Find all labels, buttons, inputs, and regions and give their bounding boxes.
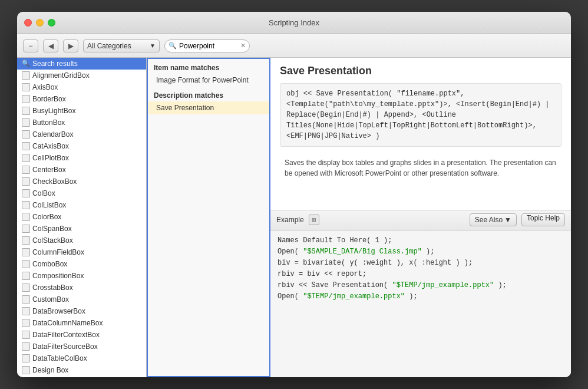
sidebar-item-busylightbox[interactable]: BusyLightBox [17,105,146,117]
sidebar-item-custombox[interactable]: CustomBox [17,294,146,305]
sidebar-item-cellplotbox[interactable]: CellPlotBox [17,152,146,164]
sidebar-item-centerbox[interactable]: CenterBox [17,164,146,176]
item-icon [22,83,30,91]
code-string: "$SAMPLE_DATA/Big Class.jmp" [303,248,422,256]
minimize-button[interactable] [36,19,44,27]
sidebar-item-axisbox[interactable]: AxisBox [17,81,146,93]
middle-item-image-format[interactable]: Image Format for PowerPoint [148,74,269,87]
item-icon [22,130,30,139]
sidebar-item-label: DataBrowserBox [32,307,85,315]
code-text: Names Default To Here( 1 ); [278,236,392,245]
item-icon [22,177,30,186]
code-line-5: rbiv << Save Presentation( "$TEMP/jmp_ex… [278,280,564,291]
sidebar-item-checkboxbox[interactable]: CheckBoxBox [17,176,146,187]
item-icon [22,366,30,374]
category-dropdown[interactable]: All Categories ▼ [83,39,160,52]
sidebar-item-collistbox[interactable]: ColListBox [17,199,146,211]
search-icon: 🔍 [22,60,30,68]
code-line-1: Names Default To Here( 1 ); [278,235,564,246]
see-also-button[interactable]: See Also ▼ [470,213,517,226]
item-icon [22,118,30,127]
code-text: biv = bivariate( y( :weight ), x( :heigh… [278,259,473,267]
sidebar-item-colspanbox[interactable]: ColSpanBox [17,223,146,235]
sidebar-item-designbox[interactable]: Design Box [17,364,146,376]
code-line-6: Open( "$TEMP/jmp_example.pptx" ); [278,291,564,302]
sidebar-item-compositionbox[interactable]: CompositionBox [17,270,146,282]
code-text: rbiv = biv << report; [278,270,366,278]
close-button[interactable] [24,19,32,27]
item-icon [22,331,30,339]
sidebar-item-label: CheckBoxBox [32,177,77,186]
sidebar-item-colstackbox[interactable]: ColStackBox [17,235,146,246]
clear-search-button[interactable]: ✕ [240,42,246,50]
code-text: Open( [278,292,303,301]
sidebar-item-calendarbox[interactable]: CalendarBox [17,128,146,140]
sidebar-item-alignmentgridbox[interactable]: AlignmentGridBox [17,70,146,81]
back-icon: ◀ [48,42,54,50]
code-text: rbiv << Save Presentation( [278,281,392,289]
sidebar-item-label: AxisBox [32,83,58,91]
chevron-down-icon: ▼ [504,216,511,224]
middle-item-label: Save Presentation [156,104,214,112]
titlebar: Scripting Index [17,12,571,34]
middle-item-label: Image Format for PowerPoint [156,76,249,84]
code-text: ); [494,281,507,289]
sidebar-item-label: Search results [32,60,78,68]
sidebar-item-datacolumnnamebox[interactable]: DataColumnNameBox [17,317,146,329]
sidebar-item-datafiltersourcebox[interactable]: DataFilterSourceBox [17,341,146,352]
sidebar-item-label: ButtonBox [32,118,65,127]
sidebar-item-label: ColumnFieldBox [32,248,84,256]
description-text: Saves the display box tables and graphs … [280,153,561,183]
code-line-3: biv = bivariate( y( :weight ), x( :heigh… [278,258,564,269]
sidebar-item-colbox[interactable]: ColBox [17,187,146,199]
item-icon [22,307,30,315]
sidebar-item-label: BorderBox [32,95,66,103]
item-icon [22,107,30,115]
sidebar-item-label: ColStackBox [32,236,73,245]
description-header: Description matches [148,87,269,101]
sidebar-item-label: Design Box [32,366,68,374]
traffic-lights [24,19,55,27]
sidebar-item-databrowserbox[interactable]: DataBrowserBox [17,305,146,317]
sidebar-item-label: CrosstabBox [32,283,73,292]
topic-help-button[interactable]: Topic Help [521,213,565,226]
doc-title: Save Presentation [280,65,561,77]
code-example: Names Default To Here( 1 ); Open( "$SAMP… [270,230,571,378]
sidebar-item-label: CalendarBox [32,130,73,139]
sidebar-item-label: ColSpanBox [32,225,72,233]
sidebar-item-buttonbox[interactable]: ButtonBox [17,117,146,128]
item-icon [22,260,30,268]
item-icon [22,342,30,351]
sidebar-item-label: DataFilterContextBox [32,331,100,339]
sidebar-item-label: DataTableColBox [32,354,87,362]
sidebar-item-search-results[interactable]: 🔍 Search results [17,58,146,70]
sidebar-item-borderbox[interactable]: BorderBox [17,93,146,105]
middle-item-save-presentation[interactable]: Save Presentation [148,101,269,114]
sidebar-item-label: BusyLightBox [32,107,75,115]
sidebar-item-cataxisbox[interactable]: CatAxisBox [17,140,146,152]
sidebar-item-datafiltercontextbox[interactable]: DataFilterContextBox [17,329,146,341]
sidebar-item-columnfieldbox[interactable]: ColumnFieldBox [17,246,146,258]
sidebar-item-crosstabbox[interactable]: CrosstabBox [17,282,146,294]
code-text: ); [405,292,418,301]
sidebar-item-label: CompositionBox [32,272,84,280]
minus-button[interactable]: − [23,39,38,52]
table-icon: ⊞ [312,217,316,223]
window-title: Scripting Index [269,18,319,27]
sidebar-item-datatablecolbox[interactable]: DataTableColBox [17,352,146,364]
back-button[interactable]: ◀ [43,39,58,52]
doc-area: Save Presentation obj << Save Presentati… [270,58,571,210]
sidebar-item-dragholder[interactable]: dragHolder [17,376,146,377]
search-input[interactable] [179,42,238,50]
item-icon [22,248,30,256]
forward-icon: ▶ [68,42,74,50]
maximize-button[interactable] [48,19,55,27]
sidebar-item-label: ColListBox [32,201,66,209]
forward-button[interactable]: ▶ [63,39,78,52]
sidebar-item-colorbox[interactable]: ColorBox [17,211,146,223]
sidebar-item-label: CatAxisBox [32,142,69,150]
topic-help-label: Topic Help [527,214,560,222]
sidebar-item-label: ColorBox [32,213,61,221]
sidebar-item-combobox[interactable]: ComboBox [17,258,146,270]
item-icon [22,142,30,150]
